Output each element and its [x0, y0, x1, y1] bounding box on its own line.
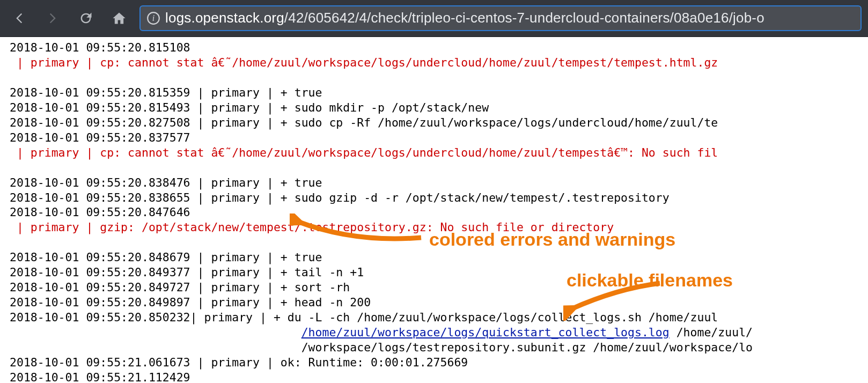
reload-button[interactable]	[73, 5, 99, 31]
log-line-error: | primary | cp: cannot stat â€˜/home/zuu…	[10, 55, 858, 70]
log-line: /home/zuul/workspace/logs/quickstart_col…	[10, 325, 858, 340]
log-line	[10, 160, 858, 175]
log-line: 2018-10-01 09:55:20.850232| primary | + …	[10, 310, 858, 325]
back-icon	[12, 11, 27, 26]
forward-icon	[45, 11, 60, 26]
log-line: 2018-10-01 09:55:20.847646	[10, 205, 858, 220]
log-line	[10, 70, 858, 85]
url-text: logs.openstack.org/42/605642/4/check/tri…	[165, 9, 855, 27]
log-line: 2018-10-01 09:55:20.849897 | primary | +…	[10, 295, 858, 310]
log-file-link[interactable]: /home/zuul/workspace/logs/quickstart_col…	[301, 326, 670, 339]
log-line: 2018-10-01 09:55:20.848679 | primary | +…	[10, 250, 858, 265]
url-bar[interactable]: i logs.openstack.org/42/605642/4/check/t…	[139, 5, 862, 31]
log-line: 2018-10-01 09:55:21.061673 | primary | o…	[10, 355, 858, 370]
log-line: 2018-10-01 09:55:20.815359 | primary | +…	[10, 85, 858, 100]
reload-icon	[78, 11, 93, 26]
log-line-error: | primary | cp: cannot stat â€˜/home/zuu…	[10, 145, 858, 160]
log-line: 2018-10-01 09:55:21.112429	[10, 370, 858, 383]
log-viewer: 2018-10-01 09:55:20.815108 | primary | c…	[0, 37, 868, 383]
log-line-error: | primary | gzip: /opt/stack/new/tempest…	[10, 220, 858, 235]
home-icon	[112, 11, 127, 26]
forward-button[interactable]	[40, 5, 65, 31]
log-line: 2018-10-01 09:55:20.849727 | primary | +…	[10, 280, 858, 295]
browser-toolbar: i logs.openstack.org/42/605642/4/check/t…	[0, 0, 868, 37]
home-button[interactable]	[106, 5, 132, 31]
log-line	[10, 235, 858, 250]
log-line: 2018-10-01 09:55:20.837577	[10, 130, 858, 145]
back-button[interactable]	[6, 5, 32, 31]
log-line: 2018-10-01 09:55:20.838655 | primary | +…	[10, 190, 858, 205]
site-info-icon[interactable]: i	[146, 11, 161, 26]
log-line: 2018-10-01 09:55:20.815108	[10, 40, 858, 55]
log-line: 2018-10-01 09:55:20.838476 | primary | +…	[10, 175, 858, 190]
log-line: /workspace/logs/testrepository.subunit.g…	[10, 340, 858, 355]
log-line: 2018-10-01 09:55:20.849377 | primary | +…	[10, 265, 858, 280]
log-line: 2018-10-01 09:55:20.815493 | primary | +…	[10, 100, 858, 115]
log-line: 2018-10-01 09:55:20.827508 | primary | +…	[10, 115, 858, 130]
